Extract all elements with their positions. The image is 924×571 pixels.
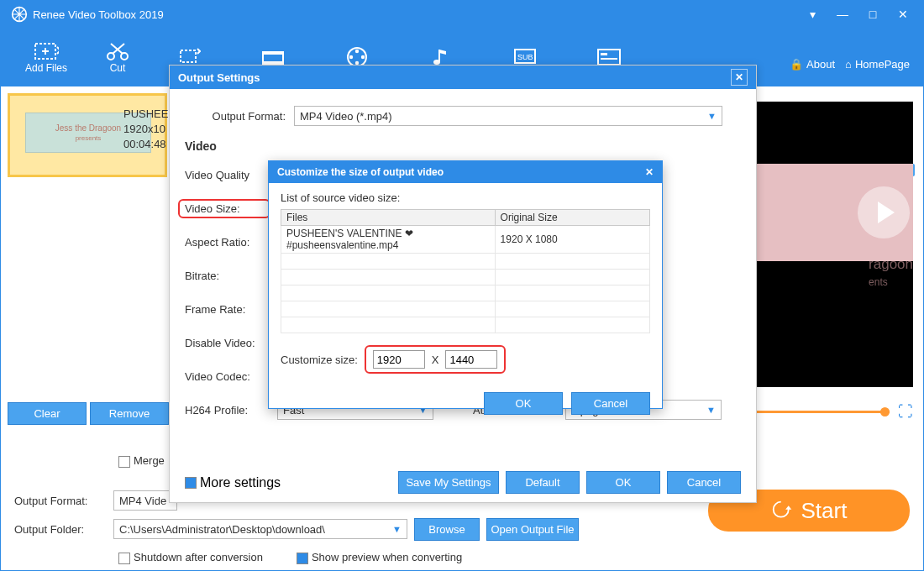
shutdown-label: Shutdown after conversion bbox=[134, 551, 263, 563]
customize-size-inputs: X bbox=[365, 345, 507, 374]
disable-video-label: Disable Video: bbox=[185, 337, 277, 349]
output-settings-header: Output Settings ✕ bbox=[170, 65, 756, 89]
cut-button[interactable]: Cut bbox=[88, 28, 147, 86]
m1-cancel-button[interactable]: Cancel bbox=[667, 471, 741, 494]
x-separator: X bbox=[432, 354, 439, 366]
m1-output-format-select[interactable]: MP4 Video (*.mp4)▼ bbox=[294, 106, 722, 126]
svg-point-11 bbox=[361, 55, 365, 59]
svg-rect-4 bbox=[181, 50, 196, 62]
lock-icon: 🔒 bbox=[790, 58, 803, 71]
output-format-label: Output Format: bbox=[14, 495, 107, 507]
window-maximize-button[interactable]: □ bbox=[858, 8, 888, 21]
cut-label: Cut bbox=[110, 62, 126, 74]
m1-output-format-value: MP4 Video (*.mp4) bbox=[300, 110, 392, 123]
output-settings-close-button[interactable]: ✕ bbox=[731, 69, 748, 86]
window-close-button[interactable]: ✕ bbox=[888, 8, 918, 21]
m1-ok-button[interactable]: OK bbox=[586, 471, 660, 494]
more-settings-checkbox[interactable] bbox=[185, 477, 197, 489]
svg-rect-7 bbox=[263, 61, 283, 64]
window-minimize-button[interactable]: — bbox=[827, 8, 858, 21]
output-format-value: MP4 Vide bbox=[119, 495, 166, 507]
h264-profile-label: H264 Profile: bbox=[185, 404, 277, 416]
show-preview-checkbox[interactable] bbox=[297, 553, 308, 564]
table-row bbox=[281, 270, 650, 286]
m2-cancel-button[interactable]: Cancel bbox=[571, 392, 650, 415]
app-logo-icon bbox=[11, 6, 28, 23]
svg-rect-16 bbox=[598, 50, 620, 65]
table-row bbox=[281, 254, 650, 270]
aspect-ratio-label: Aspect Ratio: bbox=[185, 236, 277, 249]
m2-ok-button[interactable]: OK bbox=[484, 392, 563, 415]
chevron-down-icon: ▼ bbox=[392, 524, 402, 534]
svg-rect-6 bbox=[263, 52, 283, 55]
svg-point-9 bbox=[355, 50, 359, 53]
window-dropdown-button[interactable]: ▾ bbox=[797, 8, 827, 21]
fullscreen-icon[interactable]: ⛶ bbox=[898, 403, 913, 421]
width-input[interactable] bbox=[373, 350, 425, 369]
output-folder-label: Output Folder: bbox=[14, 523, 107, 536]
svg-point-10 bbox=[349, 55, 353, 59]
source-size-table: FilesOriginal Size PUSHEEN'S VALENTINE ❤… bbox=[281, 209, 650, 333]
scissors-icon bbox=[105, 40, 130, 62]
about-label: About bbox=[806, 58, 835, 71]
table-row bbox=[281, 301, 650, 317]
about-link[interactable]: 🔒About bbox=[790, 58, 835, 71]
table-row bbox=[281, 317, 650, 333]
video-quality-label: Video Quality bbox=[185, 169, 277, 181]
open-output-button[interactable]: Open Output File bbox=[486, 518, 579, 541]
play-button[interactable] bbox=[858, 186, 910, 238]
shutdown-checkbox[interactable] bbox=[118, 553, 130, 564]
customize-size-header: Customize the size of output video ✕ bbox=[269, 161, 662, 183]
customize-size-close-button[interactable]: ✕ bbox=[645, 166, 654, 178]
output-format-select[interactable]: MP4 Vide bbox=[113, 490, 177, 511]
svg-rect-17 bbox=[601, 53, 607, 55]
height-input[interactable] bbox=[445, 350, 497, 369]
homepage-link[interactable]: ⌂HomePage bbox=[845, 58, 910, 71]
more-settings-label: More settings bbox=[200, 475, 281, 490]
list-label: List of source video size: bbox=[281, 191, 650, 204]
cell-size: 1920 X 1080 bbox=[495, 226, 649, 254]
svg-text:SUB: SUB bbox=[517, 53, 533, 61]
volume-slider[interactable] bbox=[740, 411, 890, 413]
m1-output-format-label: Output Format: bbox=[185, 110, 294, 123]
start-label: Start bbox=[801, 498, 848, 524]
home-icon: ⌂ bbox=[845, 58, 852, 71]
add-files-icon bbox=[34, 40, 59, 62]
table-row bbox=[281, 286, 650, 301]
video-codec-label: Video Codec: bbox=[185, 370, 277, 383]
browse-button[interactable]: Browse bbox=[414, 518, 480, 541]
table-row[interactable]: PUSHEEN'S VALENTINE ❤ #pusheensvalentine… bbox=[281, 226, 650, 254]
svg-rect-18 bbox=[601, 58, 617, 60]
save-settings-button[interactable]: Save My Settings bbox=[398, 471, 499, 494]
output-folder-select[interactable]: C:\Users\Administrator\Desktop\download\… bbox=[113, 519, 407, 539]
add-files-label: Add Files bbox=[25, 62, 67, 74]
output-settings-title: Output Settings bbox=[178, 71, 260, 84]
customize-size-dialog: Customize the size of output video ✕ Lis… bbox=[268, 160, 663, 409]
th-files: Files bbox=[281, 210, 496, 226]
video-size-label: Video Size: bbox=[178, 199, 270, 218]
preview-brand-sub: ents bbox=[869, 276, 888, 288]
th-size: Original Size bbox=[495, 210, 649, 226]
cell-file: PUSHEEN'S VALENTINE ❤ #pusheensvalentine… bbox=[281, 226, 496, 254]
frame-rate-label: Frame Rate: bbox=[185, 303, 277, 316]
homepage-label: HomePage bbox=[855, 58, 910, 71]
add-files-button[interactable]: Add Files bbox=[4, 28, 88, 86]
app-title: Renee Video Toolbox 2019 bbox=[33, 8, 797, 21]
show-preview-label: Show preview when converting bbox=[312, 551, 462, 563]
bitrate-label: Bitrate: bbox=[185, 270, 277, 282]
merge-checkbox[interactable] bbox=[118, 456, 130, 468]
clear-button[interactable]: Clear bbox=[8, 402, 87, 425]
refresh-icon bbox=[771, 500, 793, 521]
customize-size-label: Customize size: bbox=[281, 354, 358, 366]
customize-size-title: Customize the size of output video bbox=[277, 166, 444, 178]
default-button[interactable]: Default bbox=[506, 471, 580, 494]
preview-brand: ragoon bbox=[869, 256, 913, 272]
video-heading: Video bbox=[185, 139, 741, 153]
chevron-down-icon: ▼ bbox=[707, 111, 717, 121]
merge-label: Merge bbox=[134, 454, 165, 467]
remove-button[interactable]: Remove bbox=[90, 402, 169, 425]
titlebar: Renee Video Toolbox 2019 ▾ — □ ✕ bbox=[1, 1, 923, 28]
output-folder-value: C:\Users\Administrator\Desktop\download\ bbox=[119, 523, 325, 536]
chevron-down-icon: ▼ bbox=[706, 405, 716, 415]
